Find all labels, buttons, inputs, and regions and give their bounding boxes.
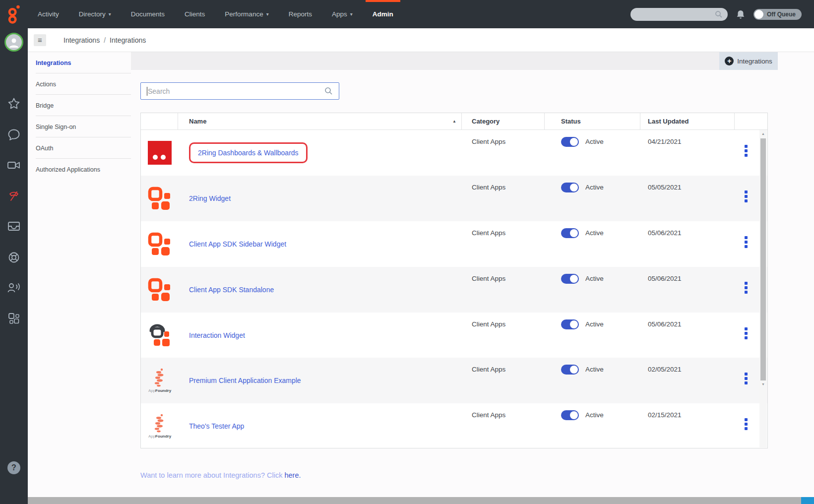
apps-grid-icon[interactable] — [0, 312, 28, 325]
scroll-down-icon[interactable]: ▼ — [759, 380, 767, 388]
column-header-last-updated[interactable]: Last Updated — [640, 113, 735, 129]
notifications-bell-icon[interactable] — [736, 9, 745, 19]
column-header-category[interactable]: Category — [462, 113, 545, 129]
main-content: ≡ Integrations / Integrations Integratio… — [28, 28, 814, 504]
status-toggle[interactable] — [561, 365, 579, 375]
nav-item-apps[interactable]: Apps▾ — [322, 0, 363, 28]
svg-text:AppFoundry: AppFoundry — [148, 388, 171, 393]
nav-item-clients[interactable]: Clients — [175, 0, 215, 28]
status-toggle[interactable] — [561, 410, 579, 420]
category-value: Client Apps — [462, 221, 545, 267]
video-camera-icon[interactable] — [0, 159, 28, 172]
help-icon[interactable]: ? — [0, 461, 28, 474]
sort-ascending-icon: ▲ — [452, 119, 456, 124]
category-value: Client Apps — [462, 176, 545, 221]
sidebar-item-bridge[interactable]: Bridge — [28, 95, 131, 116]
primary-nav: Activity Directory▾ Documents Clients Pe… — [28, 0, 403, 28]
table-header: Name ▲ Category Status Last Updated — [141, 113, 767, 130]
table-row: 2Ring Dashboards & Wallboards Client App… — [141, 130, 767, 176]
interaction-widget-icon — [148, 323, 172, 347]
inbox-tray-icon[interactable] — [0, 220, 28, 232]
sidebar-item-single-sign-on[interactable]: Single Sign-on — [28, 116, 131, 137]
nav-item-activity[interactable]: Activity — [28, 0, 69, 28]
global-search-input[interactable] — [630, 8, 728, 21]
support-ring-icon[interactable] — [0, 251, 28, 264]
sidebar-item-oauth[interactable]: OAuth — [28, 137, 131, 159]
status-toggle[interactable] — [561, 137, 579, 147]
genesys-logo[interactable] — [0, 0, 28, 28]
table-row: 2Ring Widget Client Apps Active 05/05/20… — [141, 176, 767, 221]
last-updated-value: 04/21/2021 — [640, 130, 735, 176]
column-header-name[interactable]: Name ▲ — [178, 113, 462, 129]
breadcrumb-current: Integrations — [110, 36, 146, 44]
kebab-menu-icon[interactable] — [745, 190, 748, 202]
queue-status-toggle[interactable]: Off Queue — [753, 9, 802, 20]
nav-item-reports[interactable]: Reports — [279, 0, 322, 28]
table-row: AppFoundry Premium Client Application Ex… — [141, 358, 767, 403]
kebab-menu-icon[interactable] — [745, 418, 748, 430]
table-scrollbar[interactable]: ▲ ▼ — [759, 130, 767, 447]
kebab-menu-icon[interactable] — [745, 282, 748, 294]
last-updated-value: 05/06/2021 — [640, 221, 735, 267]
kebab-menu-icon[interactable] — [745, 373, 748, 384]
status-toggle[interactable] — [561, 228, 579, 238]
last-updated-value: 05/05/2021 — [640, 176, 735, 221]
category-value: Client Apps — [462, 358, 545, 403]
search-placeholder: Search — [148, 87, 324, 95]
last-updated-value: 05/06/2021 — [640, 313, 735, 358]
kebab-menu-icon[interactable] — [745, 145, 748, 157]
integration-link[interactable]: Client App SDK Standalone — [189, 286, 274, 294]
integrations-table: Name ▲ Category Status Last Updated 2Rin… — [140, 113, 768, 448]
user-presence-avatar[interactable] — [0, 33, 28, 52]
status-toggle[interactable] — [561, 183, 579, 192]
nav-item-documents[interactable]: Documents — [121, 0, 175, 28]
integration-link[interactable]: Client App SDK Sidebar Widget — [189, 240, 286, 248]
integration-link[interactable]: Premium Client Application Example — [189, 377, 301, 384]
sidebar-item-actions[interactable]: Actions — [28, 73, 131, 95]
search-icon — [324, 87, 333, 95]
learn-more-link[interactable]: here — [284, 471, 299, 479]
agent-whisper-icon[interactable] — [0, 281, 28, 294]
appfoundry-logo-icon: AppFoundry — [146, 413, 173, 440]
integration-link[interactable]: Theo's Tester App — [189, 422, 244, 430]
nav-item-directory[interactable]: Directory▾ — [69, 0, 121, 28]
scroll-up-icon[interactable]: ▲ — [759, 130, 767, 137]
menu-toggle-button[interactable]: ≡ — [34, 34, 46, 46]
breadcrumb: Integrations / Integrations — [63, 36, 146, 44]
table-row: Client App SDK Sidebar Widget Client App… — [141, 221, 767, 267]
learn-more-note: Want to learn more about Integrations? C… — [140, 471, 301, 479]
settings-side-menu: Integrations Actions Bridge Single Sign-… — [28, 52, 131, 180]
column-header-status[interactable]: Status — [545, 113, 640, 129]
table-row: Client App SDK Standalone Client Apps Ac… — [141, 267, 767, 313]
chat-bubble-icon[interactable] — [0, 128, 28, 141]
last-updated-value: 02/15/2021 — [640, 403, 735, 448]
scrollbar-corner — [801, 497, 814, 504]
integration-link[interactable]: 2Ring Dashboards & Wallboards — [198, 149, 299, 157]
last-updated-value: 05/06/2021 — [640, 267, 735, 313]
kebab-menu-icon[interactable] — [745, 327, 748, 339]
nav-item-admin[interactable]: Admin — [363, 0, 403, 28]
left-icon-rail: ? — [0, 28, 28, 504]
nav-item-performance[interactable]: Performance▾ — [215, 0, 278, 28]
sidebar-item-integrations[interactable]: Integrations — [28, 52, 131, 73]
kebab-menu-icon[interactable] — [745, 236, 748, 248]
sidebar-item-authorized-applications[interactable]: Authorized Applications — [28, 159, 131, 180]
favorites-star-icon[interactable] — [0, 97, 28, 110]
status-label: Active — [585, 364, 604, 373]
integration-link[interactable]: 2Ring Widget — [189, 194, 231, 202]
add-integration-button[interactable]: + Integrations — [719, 52, 778, 70]
status-label: Active — [585, 227, 604, 237]
caret-down-icon: ▾ — [350, 11, 353, 17]
phone-disabled-icon[interactable] — [0, 189, 28, 202]
horizontal-scrollbar[interactable] — [28, 497, 814, 504]
status-toggle[interactable] — [561, 274, 579, 284]
integrations-search-input[interactable]: Search — [140, 82, 339, 100]
breadcrumb-parent[interactable]: Integrations — [63, 36, 100, 44]
scrollbar-thumb[interactable] — [760, 138, 766, 380]
toggle-knob — [754, 10, 763, 19]
status-label: Active — [585, 136, 604, 145]
integration-link[interactable]: Interaction Widget — [189, 331, 245, 339]
status-label: Active — [585, 409, 604, 419]
status-toggle[interactable] — [561, 319, 579, 329]
text-cursor — [147, 87, 147, 96]
